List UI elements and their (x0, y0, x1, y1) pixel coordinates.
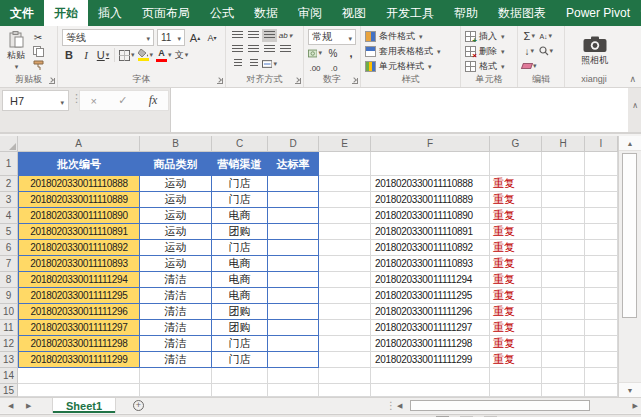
cell-D12[interactable] (268, 336, 319, 352)
cell-A10[interactable]: 2018020330011111296 (18, 304, 140, 320)
cell-C8[interactable]: 电商 (212, 272, 268, 288)
cell-G4[interactable]: 重复 (490, 208, 542, 224)
cell-C3[interactable]: 门店 (212, 192, 268, 208)
row-header-3[interactable]: 3 (0, 192, 18, 208)
cell-D4[interactable] (268, 208, 319, 224)
align-left-button[interactable] (230, 43, 245, 56)
grow-font-button[interactable]: A▴ (188, 31, 202, 45)
align-right-button[interactable] (262, 43, 277, 56)
cell-B10[interactable]: 清洁 (140, 304, 212, 320)
cell-I6[interactable] (585, 240, 618, 256)
cell-B11[interactable]: 清洁 (140, 320, 212, 336)
merge-center-button[interactable] (262, 57, 277, 70)
conditional-formatting-button[interactable]: 条件格式 (365, 29, 457, 43)
sheet-nav-right-icon[interactable]: ▶ (26, 398, 31, 413)
tab-页面布局[interactable]: 页面布局 (132, 0, 200, 26)
cell-H14[interactable] (542, 368, 585, 384)
hscroll-left-icon[interactable]: ◀ (397, 398, 402, 413)
row-header-2[interactable]: 2 (0, 176, 18, 192)
cell-F11[interactable]: 2018020330011111297 (371, 320, 490, 336)
cell-B7[interactable]: 运动 (140, 256, 212, 272)
cell-G6[interactable]: 重复 (490, 240, 542, 256)
cell-B4[interactable]: 运动 (140, 208, 212, 224)
cell-styles-button[interactable]: 单元格样式 (365, 59, 457, 73)
cell-B14[interactable] (140, 368, 212, 384)
cell-D8[interactable] (268, 272, 319, 288)
cell-F5[interactable]: 2018020330011110891 (371, 224, 490, 240)
cell-E11[interactable] (319, 320, 371, 336)
col-header-E[interactable]: E (319, 136, 371, 152)
cell-E3[interactable] (319, 192, 371, 208)
horizontal-scroll-thumb[interactable] (410, 400, 590, 411)
cell-H3[interactable] (542, 192, 585, 208)
cell-I2[interactable] (585, 176, 618, 192)
tab-文件[interactable]: 文件 (0, 0, 44, 26)
cell-D5[interactable] (268, 224, 319, 240)
tab-开发工具[interactable]: 开发工具 (376, 0, 444, 26)
cell-A4[interactable]: 2018020330011110890 (18, 208, 140, 224)
cell-E9[interactable] (319, 288, 371, 304)
cell-E1[interactable] (319, 152, 371, 176)
font-size-select[interactable]: 11 (157, 29, 185, 46)
underline-button[interactable]: U (96, 48, 110, 62)
row-header-15[interactable]: 15 (0, 384, 18, 397)
fill-color-button[interactable] (138, 48, 154, 62)
new-sheet-icon[interactable]: + (133, 400, 144, 411)
clipboard-dialog-launcher[interactable] (49, 78, 55, 84)
cell-H8[interactable] (542, 272, 585, 288)
cell-F4[interactable]: 2018020330011110890 (371, 208, 490, 224)
cell-G5[interactable]: 重复 (490, 224, 542, 240)
cell-G13[interactable]: 重复 (490, 352, 542, 368)
row-header-12[interactable]: 12 (0, 336, 18, 352)
cell-G3[interactable]: 重复 (490, 192, 542, 208)
cell-I7[interactable] (585, 256, 618, 272)
cell-H13[interactable] (542, 352, 585, 368)
cell-C6[interactable]: 门店 (212, 240, 268, 256)
cell-C4[interactable]: 电商 (212, 208, 268, 224)
cell-G9[interactable]: 重复 (490, 288, 542, 304)
cell-D10[interactable] (268, 304, 319, 320)
format-painter-icon[interactable] (31, 58, 45, 72)
expand-formula-bar-icon[interactable]: ∧ (632, 101, 638, 110)
cell-I11[interactable] (585, 320, 618, 336)
cell-C2[interactable]: 门店 (212, 176, 268, 192)
cell-B2[interactable]: 运动 (140, 176, 212, 192)
name-box[interactable]: H7 (2, 90, 69, 111)
cell-E2[interactable] (319, 176, 371, 192)
row-header-6[interactable]: 6 (0, 240, 18, 256)
cell-D13[interactable] (268, 352, 319, 368)
clear-button[interactable] (522, 59, 537, 73)
cell-F6[interactable]: 2018020330011110892 (371, 240, 490, 256)
cell-D11[interactable] (268, 320, 319, 336)
scroll-up-icon[interactable]: ▲ (619, 136, 641, 151)
cell-A13[interactable]: 2018020330011111299 (18, 352, 140, 368)
row-header-10[interactable]: 10 (0, 304, 18, 320)
cell-G14[interactable] (490, 368, 542, 384)
cell-D1[interactable]: 达标率 (268, 152, 319, 176)
cell-B15[interactable] (140, 384, 212, 397)
cell-D9[interactable] (268, 288, 319, 304)
splitter-handle-icon[interactable]: ⋮ (386, 400, 396, 411)
cell-B12[interactable]: 清洁 (140, 336, 212, 352)
cell-F12[interactable]: 2018020330011111298 (371, 336, 490, 352)
cell-A6[interactable]: 2018020330011110892 (18, 240, 140, 256)
hscroll-right-icon[interactable]: ▶ (633, 398, 638, 413)
cell-G10[interactable]: 重复 (490, 304, 542, 320)
cell-D14[interactable] (268, 368, 319, 384)
cell-H11[interactable] (542, 320, 585, 336)
cell-G15[interactable] (490, 384, 542, 397)
cell-I13[interactable] (585, 352, 618, 368)
cell-E15[interactable] (319, 384, 371, 397)
cell-F2[interactable]: 2018020330011110888 (371, 176, 490, 192)
delete-cells-button[interactable]: 删除 (465, 44, 514, 58)
col-header-A[interactable]: A (18, 136, 140, 152)
cell-F13[interactable]: 2018020330011111299 (371, 352, 490, 368)
tab-Power Pivot[interactable]: Power Pivot (556, 0, 640, 26)
select-all-corner[interactable] (0, 136, 18, 152)
cell-H1[interactable] (542, 152, 585, 176)
format-cells-button[interactable]: 格式 (465, 59, 514, 73)
col-header-C[interactable]: C (212, 136, 268, 152)
cell-D3[interactable] (268, 192, 319, 208)
col-header-F[interactable]: F (371, 136, 490, 152)
cell-I4[interactable] (585, 208, 618, 224)
